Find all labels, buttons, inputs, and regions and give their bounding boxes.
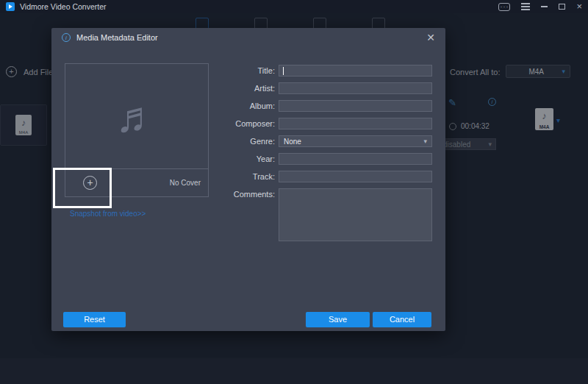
composer-label: Composer:: [222, 118, 275, 129]
menu-icon[interactable]: [521, 6, 530, 7]
form-row-comments: Comments:: [222, 188, 432, 241]
app-title: Vidmore Video Converter: [20, 2, 107, 11]
cancel-button[interactable]: Cancel: [373, 312, 431, 327]
comments-label: Comments:: [222, 188, 275, 200]
composer-input[interactable]: [279, 118, 432, 129]
artist-label: Artist:: [222, 82, 275, 94]
form-row-genre: Genre: None ▾: [222, 135, 432, 147]
highlight-annotation: [53, 168, 112, 208]
save-button[interactable]: Save: [306, 312, 370, 327]
artist-input[interactable]: [279, 82, 432, 94]
comments-textarea[interactable]: [279, 188, 432, 241]
app-window: Vidmore Video Converter ··· × + Add File…: [0, 0, 588, 384]
genre-value: None: [284, 138, 423, 146]
track-label: Track:: [222, 171, 275, 182]
form-row-title: Title:: [222, 65, 432, 77]
bottom-bar: Save to: C:\Vidmore\Vidmore Video Conver…: [0, 358, 588, 384]
app-logo-icon: [6, 2, 15, 11]
music-note-icon: ♬: [115, 92, 158, 141]
album-input[interactable]: [279, 100, 432, 112]
snapshot-from-video-link[interactable]: Snapshot from video>>: [70, 210, 146, 218]
text-cursor: [283, 67, 284, 75]
close-window-icon[interactable]: ×: [576, 2, 582, 11]
year-label: Year:: [222, 153, 275, 165]
reset-button[interactable]: Reset: [63, 312, 126, 327]
genre-dropdown[interactable]: None ▾: [279, 135, 432, 147]
chevron-down-icon: ▾: [423, 138, 427, 145]
titlebar-controls: ··· ×: [498, 2, 582, 11]
form-row-year: Year:: [222, 153, 432, 165]
title-input[interactable]: [279, 65, 432, 77]
cover-placeholder: ♬: [65, 64, 208, 169]
form-row-composer: Composer:: [222, 118, 432, 129]
titlebar: Vidmore Video Converter ··· ×: [0, 0, 588, 13]
title-label: Title:: [222, 65, 275, 77]
minimize-icon[interactable]: [541, 6, 548, 7]
no-cover-label: No Cover: [170, 179, 201, 187]
metadata-form: Title: Artist: Album: Composer: Genre: N…: [222, 65, 432, 247]
dialog-title: Media Metadata Editor: [76, 33, 158, 42]
album-label: Album:: [222, 100, 275, 112]
maximize-icon[interactable]: [559, 4, 565, 10]
feedback-icon[interactable]: ···: [498, 3, 510, 11]
form-row-album: Album:: [222, 100, 432, 112]
genre-label: Genre:: [222, 135, 275, 147]
form-row-artist: Artist:: [222, 82, 432, 94]
track-input[interactable]: [279, 171, 432, 182]
year-input[interactable]: [279, 153, 432, 165]
info-icon: i: [62, 33, 71, 42]
dialog-close-icon[interactable]: ✕: [426, 32, 435, 43]
media-metadata-editor-dialog: i Media Metadata Editor ✕ ♬ + No Cover S…: [51, 28, 445, 331]
dialog-header: i Media Metadata Editor ✕: [51, 28, 445, 47]
form-row-track: Track:: [222, 171, 432, 182]
